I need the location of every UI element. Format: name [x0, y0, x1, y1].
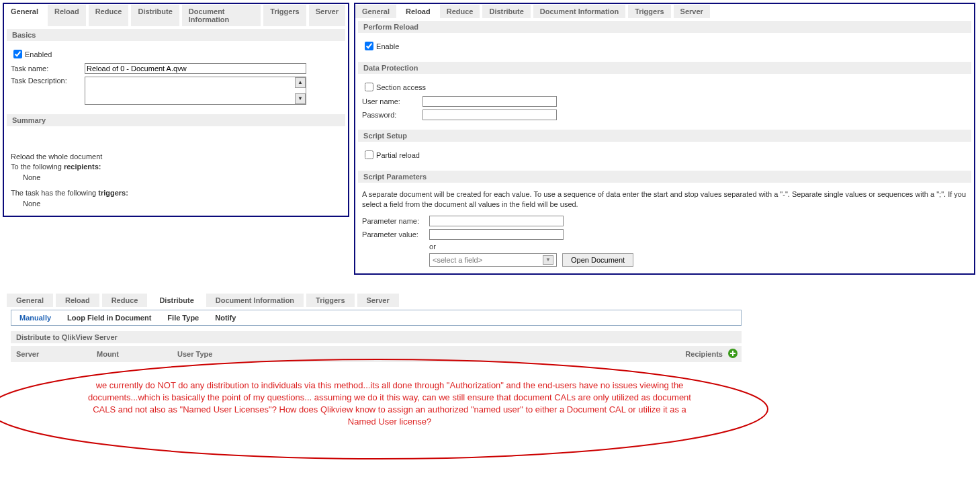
dist-section-header: Distribute to QlikView Server [11, 331, 742, 343]
select-field-dropdown[interactable]: <select a field> ▼ [429, 253, 557, 267]
tab-reduce[interactable]: Reduce [89, 5, 129, 26]
select-field-placeholder: <select a field> [433, 256, 482, 264]
param-name-input[interactable] [429, 216, 564, 226]
tab3-docinfo[interactable]: Document Information [206, 294, 304, 307]
subtab-manually[interactable]: Manually [11, 310, 59, 325]
tab2-distribute[interactable]: Distribute [482, 5, 530, 18]
tab3-distribute[interactable]: Distribute [150, 294, 203, 307]
tab2-docinfo[interactable]: Document Information [533, 5, 625, 18]
tab2-general[interactable]: General [355, 5, 396, 18]
tab2-reload[interactable]: Reload [399, 5, 437, 18]
username-label: User name: [362, 97, 422, 105]
tab-reload[interactable]: Reload [48, 5, 86, 26]
summary-header: Summary [7, 114, 345, 126]
tab-server[interactable]: Server [309, 5, 345, 26]
annotation-area: we currently do NOT do any distribution … [11, 362, 742, 470]
tab3-triggers[interactable]: Triggers [306, 294, 354, 307]
partial-reload-checkbox[interactable] [365, 150, 373, 159]
tab3-reload[interactable]: Reload [56, 294, 99, 307]
tab-docinfo[interactable]: Document Information [182, 5, 261, 26]
tab2-server[interactable]: Server [674, 5, 710, 18]
enabled-label: Enabled [25, 50, 52, 58]
distribute-subtabs: Manually Loop Field in Document File Typ… [11, 310, 742, 326]
tab2-triggers[interactable]: Triggers [628, 5, 670, 18]
or-label: or [429, 243, 436, 251]
enable-label: Enable [376, 42, 399, 50]
task-desc-label: Task Description: [11, 77, 85, 85]
dataprot-header: Data Protection [358, 62, 971, 74]
general-panel: General Reload Reduce Distribute Documen… [3, 3, 349, 217]
tab-triggers[interactable]: Triggers [263, 5, 306, 26]
scriptparams-help: A separate document will be created for … [362, 189, 967, 210]
summary-line1: Reload the whole document [11, 152, 341, 162]
task-desc-input[interactable]: ▲ ▼ [85, 77, 306, 105]
section-access-checkbox[interactable] [365, 83, 373, 91]
subtab-filetype[interactable]: File Type [159, 310, 207, 325]
open-document-button[interactable]: Open Document [562, 253, 633, 267]
summary-line3b: triggers: [98, 189, 128, 197]
summary-line3a: The task has the following [11, 189, 98, 197]
distribute-panel: General Reload Reduce Distribute Documen… [7, 294, 746, 470]
tab3-general[interactable]: General [7, 294, 53, 307]
password-label: Password: [362, 111, 422, 119]
subtab-notify[interactable]: Notify [207, 310, 244, 325]
subtab-loop[interactable]: Loop Field in Document [59, 310, 159, 325]
summary-line2a: To the following [11, 163, 64, 171]
task-name-input[interactable] [85, 63, 306, 74]
summary-none1: None [11, 173, 341, 183]
section-access-label: Section access [376, 83, 426, 91]
scriptparams-header: Script Parameters [358, 171, 971, 183]
scriptsetup-header: Script Setup [358, 130, 971, 142]
summary-line2b: recipients: [64, 163, 101, 171]
chevron-down-icon: ▼ [543, 255, 553, 265]
perform-header: Perform Reload [358, 21, 971, 33]
summary-none2: None [11, 199, 341, 209]
summary-body: Reload the whole document To the followi… [4, 129, 348, 216]
basics-body: Enabled Task name: Task Description: ▲ ▼ [4, 44, 348, 112]
username-input[interactable] [422, 96, 557, 107]
tab-general[interactable]: General [4, 5, 45, 26]
param-name-label: Parameter name: [362, 217, 429, 225]
scroll-up-icon[interactable]: ▲ [295, 77, 306, 88]
partial-reload-label: Partial reload [376, 151, 420, 159]
tabs-general: General Reload Reduce Distribute Documen… [4, 4, 348, 26]
tabs-distribute: General Reload Reduce Distribute Documen… [7, 294, 746, 307]
tabs-reload: General Reload Reduce Distribute Documen… [355, 4, 974, 18]
task-name-label: Task name: [11, 64, 85, 73]
reload-panel: General Reload Reduce Distribute Documen… [354, 3, 975, 275]
tab-distribute[interactable]: Distribute [131, 5, 179, 26]
enable-checkbox[interactable] [365, 42, 373, 50]
tab2-reduce[interactable]: Reduce [440, 5, 480, 18]
annotation-text: we currently do NOT do any distribution … [78, 380, 701, 429]
param-value-label: Parameter value: [362, 230, 429, 238]
param-value-input[interactable] [429, 229, 564, 240]
scroll-down-icon[interactable]: ▼ [295, 93, 306, 104]
tab3-reduce[interactable]: Reduce [102, 294, 148, 307]
enabled-checkbox[interactable] [13, 50, 22, 58]
tab3-server[interactable]: Server [357, 294, 399, 307]
basics-header: Basics [7, 29, 345, 41]
password-input[interactable] [422, 109, 557, 120]
